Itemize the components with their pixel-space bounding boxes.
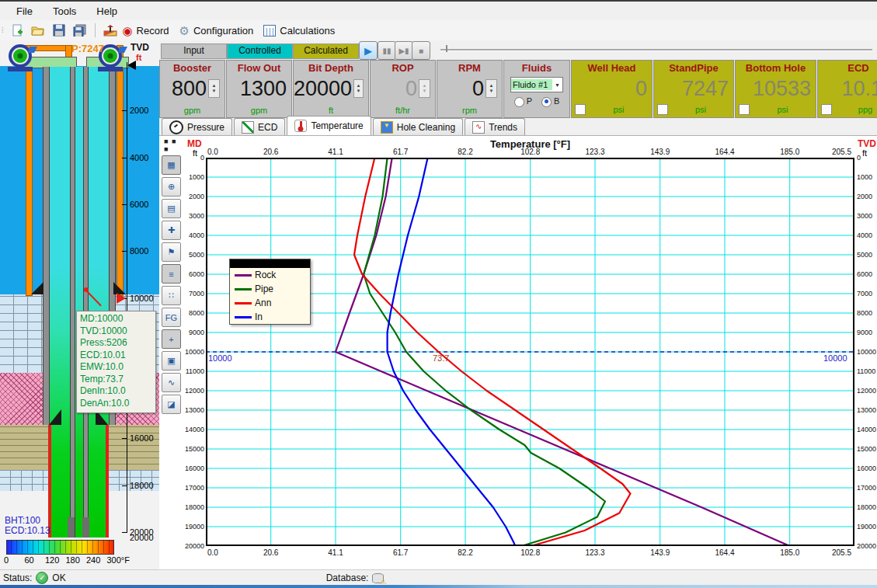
- tab-pressure[interactable]: Pressure: [162, 118, 232, 135]
- gauge-checkbox[interactable]: [575, 104, 586, 115]
- legend-swatch: [235, 316, 252, 318]
- menu-item-tools[interactable]: Tools: [43, 3, 86, 19]
- spinner-down-icon[interactable]: ▼: [423, 89, 427, 94]
- radio-p-circle[interactable]: [514, 97, 524, 107]
- pause-button[interactable]: ▮▮: [378, 41, 396, 60]
- pore-pressure-button[interactable]: ∷: [162, 286, 181, 305]
- stop-button[interactable]: ■: [412, 41, 430, 60]
- save-button[interactable]: [50, 22, 68, 39]
- save-all-button[interactable]: [71, 22, 89, 39]
- calculations-button[interactable]: Calculations: [280, 25, 335, 37]
- gauge-checkbox[interactable]: [821, 104, 832, 115]
- fluid-select[interactable]: Fluido #1▼: [510, 77, 563, 92]
- chart-toolbar-grip: ■ ■ ■: [164, 137, 182, 153]
- tab-temperature[interactable]: Temperature: [287, 116, 371, 135]
- radio-p[interactable]: P: [514, 96, 532, 107]
- controlled-mode-button[interactable]: Controlled: [227, 43, 293, 59]
- snapshot-button[interactable]: ▣: [162, 351, 181, 371]
- md-tick-label: 7000: [184, 290, 204, 297]
- zoom-button[interactable]: ⊕: [162, 177, 181, 197]
- bit-temperature-label: 73.7: [433, 353, 449, 363]
- legend-title-bar[interactable]: [230, 259, 310, 268]
- gauge-value[interactable]: 1300: [240, 77, 287, 101]
- menu-item-file[interactable]: File: [6, 3, 43, 19]
- tvd-tick-label: 7000: [857, 290, 877, 297]
- spinner-up-icon[interactable]: ▲: [423, 83, 427, 89]
- ecd-icon: [242, 121, 254, 134]
- md-tick-label: 13000: [184, 406, 204, 414]
- spinner-up-icon[interactable]: ▲: [212, 83, 217, 89]
- frac-gradient-button[interactable]: FG: [162, 308, 181, 327]
- speed-slider-track[interactable]: [440, 49, 872, 51]
- chart-legend[interactable]: RockPipeAnnIn: [229, 259, 311, 325]
- calculated-mode-button[interactable]: Calculated: [293, 43, 359, 59]
- spinner-down-icon[interactable]: ▼: [212, 89, 217, 94]
- tab-hole-cleaning[interactable]: Hole Cleaning: [373, 118, 463, 135]
- md-tick-label: 3000: [184, 212, 204, 220]
- menu-item-help[interactable]: Help: [86, 3, 127, 19]
- record-button[interactable]: Record: [137, 25, 169, 37]
- mud-pump-icon-left: [3, 42, 40, 75]
- gauge-checkbox[interactable]: [657, 104, 668, 115]
- tvd-tick-label: 3000: [857, 212, 877, 220]
- spinner-up-icon[interactable]: ▲: [357, 83, 361, 89]
- gauge-value-row: 800▲▼: [160, 76, 224, 101]
- spinner-down-icon[interactable]: ▼: [489, 89, 494, 94]
- md-tick-label: 20000: [184, 542, 204, 550]
- md-tick-label: 4000: [184, 231, 204, 239]
- colorbar-tick-label: 60: [25, 555, 34, 565]
- gauge-spinner[interactable]: ▲▼: [353, 79, 364, 98]
- input-mode-button[interactable]: Input: [161, 43, 227, 59]
- step-button[interactable]: ▶▮: [395, 41, 413, 60]
- spinner-up-icon[interactable]: ▲: [489, 83, 494, 89]
- gauge-value-row: 10.13: [818, 76, 877, 101]
- grid-toggle-button[interactable]: ▦: [162, 155, 181, 175]
- move-button[interactable]: +: [162, 329, 181, 349]
- x-tick-bottom: 0.0: [207, 548, 218, 557]
- temperature-plot[interactable]: [206, 158, 854, 546]
- configuration-button[interactable]: Configuration: [193, 25, 253, 37]
- gauge-value[interactable]: 0: [472, 77, 484, 101]
- clear-button[interactable]: ◪: [162, 395, 181, 414]
- open-file-button[interactable]: [30, 22, 47, 39]
- gauge-unit: ppg: [832, 105, 877, 114]
- marker-button[interactable]: ⚑: [162, 242, 181, 262]
- pan-button[interactable]: ✚: [162, 221, 181, 240]
- curves-button[interactable]: ∿: [162, 373, 181, 392]
- gauge-title: Bottom Hole: [736, 62, 816, 74]
- tab-trends[interactable]: ∿Trends: [465, 118, 525, 135]
- spinner-down-icon[interactable]: ▼: [357, 89, 361, 94]
- gauge-checkbox[interactable]: [739, 104, 750, 115]
- legend-label: Ann: [255, 297, 271, 308]
- gauge-spinner[interactable]: ▲▼: [485, 79, 497, 98]
- gauge-value[interactable]: 800: [172, 77, 207, 101]
- wellbore-schematic-panel: P:7247 200040006000800010000120001400016…: [0, 40, 159, 569]
- radio-b[interactable]: B: [541, 96, 559, 107]
- gauge-bit-depth: Bit Depth20000▲▼ft: [293, 60, 369, 118]
- new-file-icon: [11, 24, 23, 37]
- radio-b-circle[interactable]: [541, 97, 552, 107]
- tab-ecd[interactable]: ECD: [234, 118, 285, 135]
- tvd-tick-label: 17000: [857, 484, 877, 492]
- toolbar-grip: ⁞: [2, 26, 3, 34]
- gauge-spinner[interactable]: ▲▼: [419, 79, 430, 98]
- configuration-icon: ⚙: [179, 25, 190, 37]
- left-axis-title: MD: [187, 138, 202, 149]
- speed-slider-thumb[interactable]: [446, 45, 447, 52]
- gauge-unit: psi: [586, 105, 652, 114]
- gauge-spinner[interactable]: ▲▼: [208, 79, 220, 98]
- new-file-button[interactable]: [9, 22, 26, 39]
- well-view-button[interactable]: [102, 22, 119, 39]
- x-tick-top: 102.8: [520, 148, 540, 156]
- gauge-value[interactable]: 20000: [294, 77, 352, 101]
- main-toolbar: ⁞ ◉ Record ⚙ Configuration Calculations: [0, 20, 877, 41]
- depth-ruler: [127, 62, 127, 533]
- md-tick-label: 2000: [184, 193, 204, 200]
- axes-setup-button[interactable]: ▤: [162, 199, 181, 218]
- play-button[interactable]: ▶: [359, 41, 378, 60]
- gauge-rop: ROP0▲▼ft/hr: [370, 60, 436, 118]
- legend-toggle-button[interactable]: ≡: [162, 264, 181, 284]
- gauge-value[interactable]: 0: [405, 77, 417, 101]
- gauge-value-row: 1300: [227, 76, 291, 101]
- tvd-tick-label: 0: [857, 154, 877, 162]
